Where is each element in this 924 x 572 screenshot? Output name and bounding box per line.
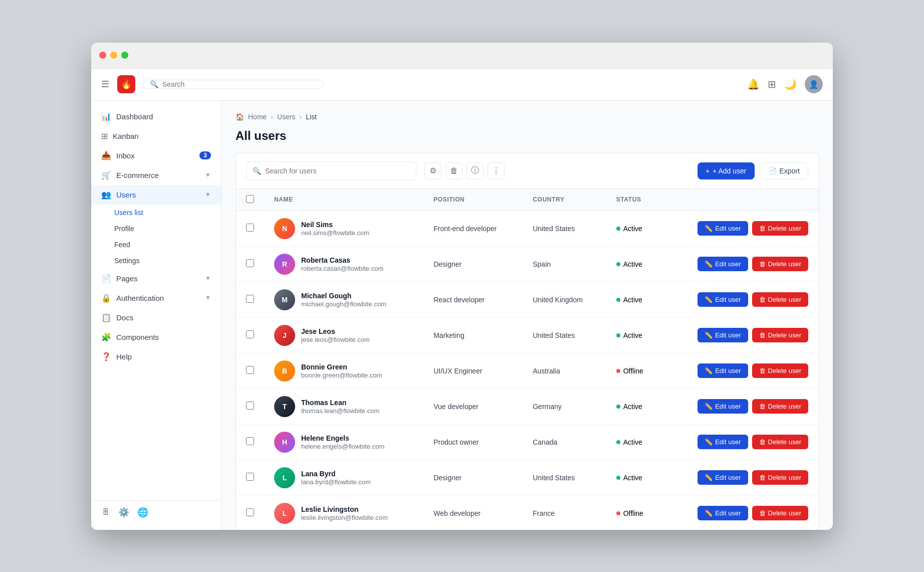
select-all-checkbox[interactable] — [246, 195, 254, 203]
row-checkbox-cell[interactable] — [236, 211, 264, 246]
breadcrumb-sep2: › — [300, 113, 302, 121]
breadcrumb-users[interactable]: Users — [277, 113, 296, 121]
add-user-button[interactable]: + + Add user — [698, 162, 755, 179]
sidebar-item-help[interactable]: ❓ Help — [91, 347, 221, 366]
sidebar-item-dashboard[interactable]: 📊 Dashboard — [91, 107, 221, 126]
edit-user-button[interactable]: ✏️ Edit user — [698, 470, 748, 485]
position-column-header: POSITION — [423, 189, 523, 211]
minimize-button[interactable] — [110, 52, 117, 59]
delete-user-button[interactable]: 🗑 Delete user — [752, 257, 808, 271]
sidebar-item-feed[interactable]: Feed — [114, 237, 221, 253]
delete-toolbar-icon[interactable]: 🗑 — [445, 162, 463, 179]
breadcrumb-home[interactable]: Home — [248, 113, 267, 121]
sidebar-item-settings[interactable]: Settings — [114, 253, 221, 269]
row-checkbox[interactable] — [246, 402, 254, 410]
edit-user-button[interactable]: ✏️ Edit user — [698, 292, 748, 307]
global-search[interactable]: 🔍 — [143, 80, 324, 89]
dark-mode-icon[interactable]: 🌙 — [784, 78, 797, 90]
table-row: J Jese Leos jese.leos@flowbite.com Marke… — [236, 317, 818, 353]
delete-user-button[interactable]: 🗑 Delete user — [752, 470, 808, 485]
sidebar-item-pages[interactable]: 📄 Pages ▼ — [91, 269, 221, 288]
edit-user-button[interactable]: ✏️ Edit user — [698, 257, 748, 271]
breadcrumb-current: List — [306, 113, 317, 121]
sidebar-item-kanban[interactable]: ⊞ Kanban — [91, 126, 221, 146]
edit-user-button[interactable]: ✏️ Edit user — [698, 506, 748, 520]
edit-label: Edit user — [715, 296, 741, 303]
row-checkbox[interactable] — [246, 259, 254, 267]
search-input[interactable] — [162, 80, 317, 88]
delete-user-button[interactable]: 🗑 Delete user — [752, 328, 808, 342]
ecommerce-icon: 🛒 — [101, 170, 111, 180]
delete-user-button[interactable]: 🗑 Delete user — [752, 292, 808, 307]
delete-user-button[interactable]: 🗑 Delete user — [752, 435, 808, 449]
export-button[interactable]: 📄 Export — [760, 162, 808, 179]
sidebar-item-label: Components — [116, 333, 159, 341]
row-checkbox-cell[interactable] — [236, 282, 264, 317]
sidebar-item-docs[interactable]: 📋 Docs — [91, 308, 221, 327]
fullscreen-button[interactable] — [121, 52, 128, 59]
table-row: N Neil Sims neil.sims@flowbite.com Front… — [236, 211, 818, 246]
chevron-down-icon: ▼ — [205, 171, 211, 178]
row-checkbox-cell[interactable] — [236, 495, 264, 530]
sidebar-item-users-list[interactable]: Users list — [114, 205, 221, 221]
row-checkbox-cell[interactable] — [236, 424, 264, 460]
status-cell: Active — [616, 296, 652, 304]
table-row: H Helene Engels helene.engels@flowbite.c… — [236, 424, 818, 460]
user-cell: M Michael Gough michael.gough@flowbite.c… — [274, 289, 413, 310]
edit-user-button[interactable]: ✏️ Edit user — [698, 399, 748, 414]
row-checkbox-cell[interactable] — [236, 353, 264, 389]
sidebar-item-components[interactable]: 🧩 Components — [91, 327, 221, 347]
row-checkbox-cell[interactable] — [236, 389, 264, 424]
avatar: T — [274, 396, 295, 417]
hamburger-icon[interactable]: ☰ — [101, 79, 109, 90]
row-checkbox[interactable] — [246, 295, 254, 303]
notifications-icon[interactable]: 🔔 — [747, 78, 760, 90]
delete-user-button[interactable]: 🗑 Delete user — [752, 221, 808, 236]
users-table: NAME POSITION COUNTRY STATUS N — [236, 188, 819, 530]
delete-user-button[interactable]: 🗑 Delete user — [752, 506, 808, 520]
delete-user-button[interactable]: 🗑 Delete user — [752, 363, 808, 378]
table-row: L Leslie Livingston leslie.livingston@fl… — [236, 495, 818, 530]
edit-label: Edit user — [715, 438, 741, 446]
row-checkbox-cell[interactable] — [236, 460, 264, 495]
table-row: B Bonnie Green bonnie.green@flowbite.com… — [236, 353, 818, 389]
row-checkbox-cell[interactable] — [236, 317, 264, 353]
row-checkbox[interactable] — [246, 473, 254, 481]
settings-icon[interactable]: ⚙️ — [118, 507, 129, 518]
edit-user-button[interactable]: ✏️ Edit user — [698, 363, 748, 378]
delete-icon: 🗑 — [759, 331, 766, 339]
status-dot — [616, 511, 620, 515]
sliders-icon[interactable]: 🎚 — [101, 507, 110, 517]
user-search[interactable]: 🔍 — [246, 161, 416, 180]
sidebar-item-profile[interactable]: Profile — [114, 221, 221, 237]
avatar[interactable]: 👤 — [805, 75, 823, 93]
row-checkbox[interactable] — [246, 330, 254, 338]
country-cell: France — [523, 495, 606, 530]
select-all-header[interactable] — [236, 189, 264, 211]
row-checkbox-cell[interactable] — [236, 246, 264, 282]
user-email: roberta.casas@flowbite.com — [301, 265, 383, 272]
country-column-header: COUNTRY — [523, 189, 606, 211]
sidebar-item-ecommerce[interactable]: 🛒 E-commerce ▼ — [91, 165, 221, 185]
country-cell: Germany — [523, 389, 606, 424]
grid-icon[interactable]: ⊞ — [768, 78, 776, 90]
status-cell: Offline — [616, 509, 652, 517]
close-button[interactable] — [99, 52, 106, 59]
edit-user-button[interactable]: ✏️ Edit user — [698, 328, 748, 342]
row-checkbox[interactable] — [246, 508, 254, 516]
row-checkbox[interactable] — [246, 224, 254, 232]
settings-toolbar-icon[interactable]: ⚙ — [424, 162, 441, 179]
delete-user-button[interactable]: 🗑 Delete user — [752, 399, 808, 414]
sidebar-item-users[interactable]: 👥 Users ▼ — [91, 185, 221, 205]
delete-label: Delete user — [768, 331, 801, 339]
row-checkbox[interactable] — [246, 437, 254, 445]
user-search-input[interactable] — [265, 167, 410, 175]
edit-user-button[interactable]: ✏️ Edit user — [698, 221, 748, 236]
edit-user-button[interactable]: ✏️ Edit user — [698, 435, 748, 449]
language-icon[interactable]: 🌐 — [137, 507, 148, 518]
info-toolbar-icon[interactable]: ⓘ — [467, 162, 484, 179]
row-checkbox[interactable] — [246, 366, 254, 374]
sidebar-item-inbox[interactable]: 📥 Inbox 3 — [91, 146, 221, 165]
sidebar-item-authentication[interactable]: 🔒 Authentication ▼ — [91, 288, 221, 308]
more-toolbar-icon[interactable]: ⋮ — [488, 162, 505, 179]
